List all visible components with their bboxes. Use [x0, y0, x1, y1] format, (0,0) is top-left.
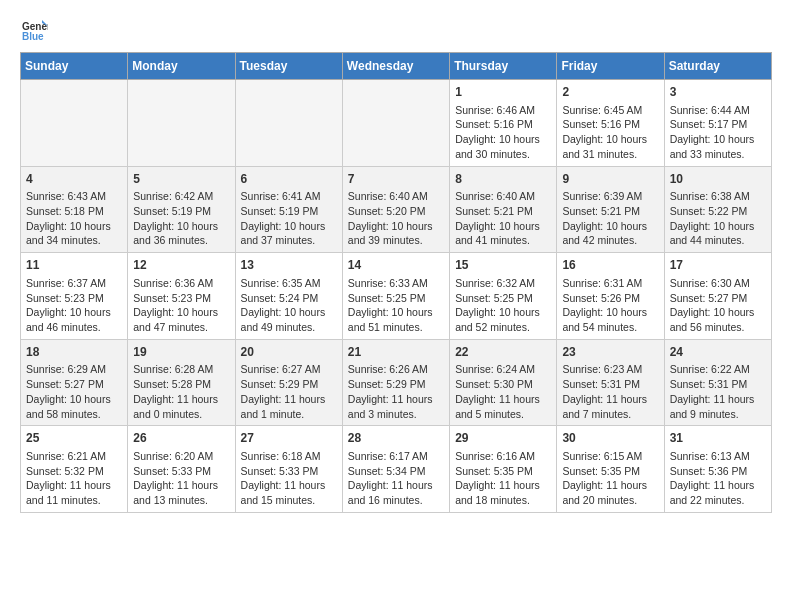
day-info: and 16 minutes.	[348, 493, 444, 508]
weekday-header-friday: Friday	[557, 53, 664, 80]
calendar-week-row: 25Sunrise: 6:21 AMSunset: 5:32 PMDayligh…	[21, 426, 772, 513]
calendar-cell: 12Sunrise: 6:36 AMSunset: 5:23 PMDayligh…	[128, 253, 235, 340]
day-info: Daylight: 10 hours	[670, 132, 766, 147]
day-info: Sunrise: 6:17 AM	[348, 449, 444, 464]
day-info: Daylight: 10 hours	[455, 219, 551, 234]
day-info: Sunrise: 6:36 AM	[133, 276, 229, 291]
calendar-cell: 10Sunrise: 6:38 AMSunset: 5:22 PMDayligh…	[664, 166, 771, 253]
day-info: Sunrise: 6:33 AM	[348, 276, 444, 291]
day-info: Sunrise: 6:21 AM	[26, 449, 122, 464]
day-info: Sunrise: 6:31 AM	[562, 276, 658, 291]
day-info: Sunset: 5:16 PM	[562, 117, 658, 132]
day-number: 30	[562, 430, 658, 447]
day-info: Sunset: 5:23 PM	[133, 291, 229, 306]
day-info: Daylight: 10 hours	[26, 392, 122, 407]
day-info: Daylight: 10 hours	[26, 305, 122, 320]
day-info: and 11 minutes.	[26, 493, 122, 508]
day-info: Sunrise: 6:26 AM	[348, 362, 444, 377]
day-info: Daylight: 10 hours	[562, 132, 658, 147]
day-info: Daylight: 11 hours	[670, 478, 766, 493]
day-info: and 46 minutes.	[26, 320, 122, 335]
day-info: Sunset: 5:19 PM	[133, 204, 229, 219]
day-info: Sunset: 5:34 PM	[348, 464, 444, 479]
day-info: Daylight: 10 hours	[241, 305, 337, 320]
calendar-cell: 11Sunrise: 6:37 AMSunset: 5:23 PMDayligh…	[21, 253, 128, 340]
day-info: Sunset: 5:33 PM	[133, 464, 229, 479]
day-info: Sunset: 5:19 PM	[241, 204, 337, 219]
day-info: Sunset: 5:16 PM	[455, 117, 551, 132]
day-info: Sunset: 5:31 PM	[670, 377, 766, 392]
day-info: Daylight: 10 hours	[455, 305, 551, 320]
calendar-cell: 16Sunrise: 6:31 AMSunset: 5:26 PMDayligh…	[557, 253, 664, 340]
day-info: Sunrise: 6:27 AM	[241, 362, 337, 377]
calendar-cell: 1Sunrise: 6:46 AMSunset: 5:16 PMDaylight…	[450, 80, 557, 167]
day-info: Sunset: 5:22 PM	[670, 204, 766, 219]
day-info: Sunset: 5:29 PM	[348, 377, 444, 392]
calendar-cell: 21Sunrise: 6:26 AMSunset: 5:29 PMDayligh…	[342, 339, 449, 426]
calendar-cell: 24Sunrise: 6:22 AMSunset: 5:31 PMDayligh…	[664, 339, 771, 426]
calendar-cell: 18Sunrise: 6:29 AMSunset: 5:27 PMDayligh…	[21, 339, 128, 426]
day-number: 11	[26, 257, 122, 274]
calendar-week-row: 4Sunrise: 6:43 AMSunset: 5:18 PMDaylight…	[21, 166, 772, 253]
day-info: Sunrise: 6:43 AM	[26, 189, 122, 204]
day-info: Daylight: 11 hours	[133, 478, 229, 493]
day-number: 10	[670, 171, 766, 188]
day-number: 22	[455, 344, 551, 361]
calendar-cell: 30Sunrise: 6:15 AMSunset: 5:35 PMDayligh…	[557, 426, 664, 513]
day-info: Sunrise: 6:18 AM	[241, 449, 337, 464]
calendar-header-row: SundayMondayTuesdayWednesdayThursdayFrid…	[21, 53, 772, 80]
day-info: Sunrise: 6:23 AM	[562, 362, 658, 377]
logo: General Blue	[20, 16, 52, 44]
calendar-cell: 31Sunrise: 6:13 AMSunset: 5:36 PMDayligh…	[664, 426, 771, 513]
day-number: 23	[562, 344, 658, 361]
page-header: General Blue	[20, 16, 772, 44]
day-number: 15	[455, 257, 551, 274]
day-number: 20	[241, 344, 337, 361]
day-info: Sunrise: 6:28 AM	[133, 362, 229, 377]
day-number: 14	[348, 257, 444, 274]
day-info: Sunrise: 6:44 AM	[670, 103, 766, 118]
calendar-cell: 28Sunrise: 6:17 AMSunset: 5:34 PMDayligh…	[342, 426, 449, 513]
day-info: Sunset: 5:25 PM	[348, 291, 444, 306]
day-info: Daylight: 10 hours	[348, 219, 444, 234]
day-info: Daylight: 10 hours	[455, 132, 551, 147]
calendar-cell: 2Sunrise: 6:45 AMSunset: 5:16 PMDaylight…	[557, 80, 664, 167]
calendar-cell: 27Sunrise: 6:18 AMSunset: 5:33 PMDayligh…	[235, 426, 342, 513]
day-info: Daylight: 11 hours	[562, 392, 658, 407]
calendar-cell: 29Sunrise: 6:16 AMSunset: 5:35 PMDayligh…	[450, 426, 557, 513]
day-number: 27	[241, 430, 337, 447]
calendar-cell: 17Sunrise: 6:30 AMSunset: 5:27 PMDayligh…	[664, 253, 771, 340]
day-number: 26	[133, 430, 229, 447]
day-number: 7	[348, 171, 444, 188]
day-info: Daylight: 10 hours	[670, 305, 766, 320]
calendar-cell: 14Sunrise: 6:33 AMSunset: 5:25 PMDayligh…	[342, 253, 449, 340]
day-info: Daylight: 11 hours	[455, 392, 551, 407]
calendar-week-row: 11Sunrise: 6:37 AMSunset: 5:23 PMDayligh…	[21, 253, 772, 340]
weekday-header-tuesday: Tuesday	[235, 53, 342, 80]
svg-text:Blue: Blue	[22, 31, 44, 42]
day-info: and 44 minutes.	[670, 233, 766, 248]
day-info: Sunset: 5:26 PM	[562, 291, 658, 306]
day-info: Daylight: 10 hours	[133, 305, 229, 320]
day-info: Sunrise: 6:13 AM	[670, 449, 766, 464]
day-info: Daylight: 10 hours	[26, 219, 122, 234]
calendar-cell: 13Sunrise: 6:35 AMSunset: 5:24 PMDayligh…	[235, 253, 342, 340]
day-info: Sunset: 5:21 PM	[455, 204, 551, 219]
day-number: 4	[26, 171, 122, 188]
weekday-header-thursday: Thursday	[450, 53, 557, 80]
day-info: and 7 minutes.	[562, 407, 658, 422]
day-info: Sunset: 5:20 PM	[348, 204, 444, 219]
day-info: and 52 minutes.	[455, 320, 551, 335]
calendar-cell	[235, 80, 342, 167]
day-info: Sunrise: 6:22 AM	[670, 362, 766, 377]
day-info: Sunrise: 6:39 AM	[562, 189, 658, 204]
day-number: 8	[455, 171, 551, 188]
day-number: 16	[562, 257, 658, 274]
weekday-header-wednesday: Wednesday	[342, 53, 449, 80]
day-info: Sunset: 5:27 PM	[26, 377, 122, 392]
day-info: and 18 minutes.	[455, 493, 551, 508]
day-info: Sunset: 5:17 PM	[670, 117, 766, 132]
day-info: Sunset: 5:35 PM	[455, 464, 551, 479]
day-number: 19	[133, 344, 229, 361]
day-info: and 37 minutes.	[241, 233, 337, 248]
